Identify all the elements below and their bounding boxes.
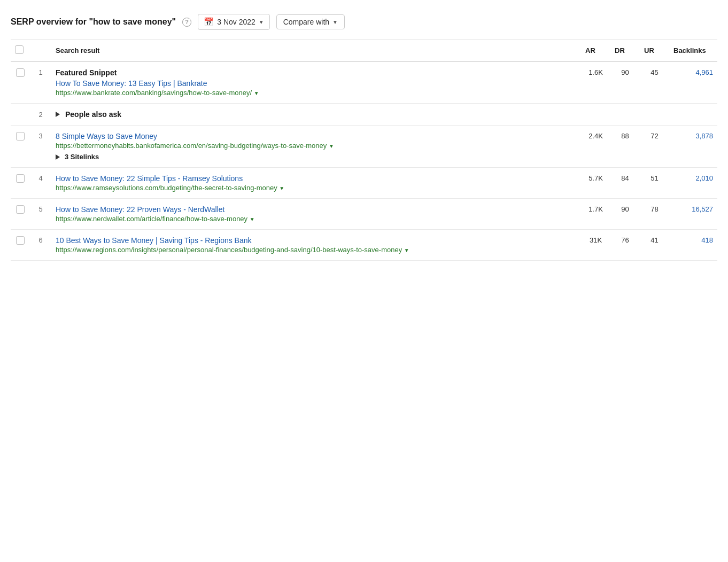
dr-cell: 90 (610, 199, 640, 230)
ur-cell: 72 (640, 126, 669, 168)
position-cell: 4 (30, 168, 51, 199)
backlinks-cell[interactable]: 4,961 (669, 61, 717, 104)
row-checkbox[interactable] (16, 236, 25, 245)
ar-cell: 1.6K (581, 61, 610, 104)
result-content-cell: 8 Simple Ways to Save Money https://bett… (51, 126, 581, 168)
compare-label: Compare with (283, 18, 329, 26)
result-title-link[interactable]: 10 Best Ways to Save Money | Saving Tips… (56, 236, 577, 245)
people-also-ask-text: People also ask (65, 110, 121, 119)
page-title: SERP overview for "how to save money" (11, 17, 176, 27)
dr-cell: 90 (610, 61, 640, 104)
table-row: 6 10 Best Ways to Save Money | Saving Ti… (11, 230, 717, 261)
row-check-cell[interactable] (11, 199, 30, 230)
sitelinks-label[interactable]: 3 Sitelinks (56, 153, 577, 161)
sitelinks-text: 3 Sitelinks (65, 153, 99, 161)
date-label: 3 Nov 2022 (217, 18, 255, 26)
ar-cell: 2.4K (581, 126, 610, 168)
date-chevron-icon: ▼ (259, 19, 264, 25)
ur-column-header: UR (640, 40, 669, 61)
dr-column-header: DR (610, 40, 640, 61)
url-dropdown-arrow[interactable]: ▼ (404, 247, 409, 253)
result-title-link[interactable]: 8 Simple Ways to Save Money (56, 132, 577, 140)
select-all-checkbox[interactable] (15, 45, 24, 54)
ur-cell: 51 (640, 168, 669, 199)
backlinks-cell[interactable]: 418 (669, 230, 717, 261)
position-cell: 1 (30, 61, 51, 104)
date-picker-button[interactable]: 📅 3 Nov 2022 ▼ (198, 14, 270, 30)
result-url: https://www.bankrate.com/banking/savings… (56, 89, 577, 97)
table-row: 2 People also ask (11, 104, 717, 126)
ar-cell: 5.7K (581, 168, 610, 199)
position-cell: 3 (30, 126, 51, 168)
ur-cell: 41 (640, 230, 669, 261)
row-check-cell[interactable] (11, 230, 30, 261)
dr-cell: 76 (610, 230, 640, 261)
table-row: 3 8 Simple Ways to Save Money https://be… (11, 126, 717, 168)
result-content-cell: Featured Snippet How To Save Money: 13 E… (51, 61, 581, 104)
position-cell: 2 (30, 104, 51, 126)
calendar-icon: 📅 (204, 17, 214, 27)
sitelinks-expand-icon[interactable] (56, 154, 60, 160)
result-content-cell: How to Save Money: 22 Proven Ways - Nerd… (51, 199, 581, 230)
position-cell: 6 (30, 230, 51, 261)
backlinks-cell[interactable]: 3,878 (669, 126, 717, 168)
backlinks-cell[interactable]: 16,527 (669, 199, 717, 230)
serp-header: SERP overview for "how to save money" ? … (11, 9, 717, 40)
result-title-link[interactable]: How to Save Money: 22 Proven Ways - Nerd… (56, 205, 577, 214)
position-column-header (30, 40, 51, 61)
url-dropdown-arrow[interactable]: ▼ (250, 216, 255, 222)
row-checkbox[interactable] (16, 132, 25, 140)
table-row: 4 How to Save Money: 22 Simple Tips - Ra… (11, 168, 717, 199)
ar-cell: 31K (581, 230, 610, 261)
dr-cell: 84 (610, 168, 640, 199)
ar-cell: 1.7K (581, 199, 610, 230)
row-check-cell (11, 104, 30, 126)
select-all-checkbox-header[interactable] (11, 40, 30, 61)
row-checkbox[interactable] (16, 68, 25, 77)
table-row: 1 Featured Snippet How To Save Money: 13… (11, 61, 717, 104)
table-header-row: Search result AR DR UR Backlinks (11, 40, 717, 61)
url-dropdown-arrow[interactable]: ▼ (329, 143, 334, 149)
compare-with-button[interactable]: Compare with ▼ (276, 14, 345, 29)
result-url: https://bettermoneyhabits.bankofamerica.… (56, 142, 577, 150)
serp-results-table: Search result AR DR UR Backlinks 1 Featu… (11, 40, 717, 261)
dr-cell: 88 (610, 126, 640, 168)
url-dropdown-arrow[interactable]: ▼ (279, 185, 284, 191)
row-check-cell[interactable] (11, 61, 30, 104)
table-row: 5 How to Save Money: 22 Proven Ways - Ne… (11, 199, 717, 230)
result-content-cell: 10 Best Ways to Save Money | Saving Tips… (51, 230, 581, 261)
people-also-ask-cell: People also ask (51, 104, 717, 126)
help-icon[interactable]: ? (182, 18, 191, 27)
row-check-cell[interactable] (11, 168, 30, 199)
result-content-cell: How to Save Money: 22 Simple Tips - Rams… (51, 168, 581, 199)
ar-column-header: AR (581, 40, 610, 61)
row-checkbox[interactable] (16, 205, 25, 214)
compare-chevron-icon: ▼ (332, 19, 338, 25)
backlinks-column-header: Backlinks (669, 40, 717, 61)
people-also-ask-label: People also ask (56, 110, 713, 119)
row-check-cell[interactable] (11, 126, 30, 168)
url-dropdown-arrow[interactable]: ▼ (254, 90, 259, 96)
row-checkbox[interactable] (16, 174, 25, 183)
backlinks-cell[interactable]: 2,010 (669, 168, 717, 199)
search-result-column-header: Search result (51, 40, 581, 61)
ur-cell: 78 (640, 199, 669, 230)
result-url: https://www.regions.com/insights/persona… (56, 246, 577, 254)
result-title-link[interactable]: How to Save Money: 22 Simple Tips - Rams… (56, 174, 577, 183)
result-url: https://www.ramseysolutions.com/budgetin… (56, 184, 577, 192)
ur-cell: 45 (640, 61, 669, 104)
expand-icon[interactable] (56, 112, 60, 117)
result-url: https://www.nerdwallet.com/article/finan… (56, 215, 577, 223)
featured-snippet-label: Featured Snippet (56, 68, 577, 77)
position-cell: 5 (30, 199, 51, 230)
result-title-link[interactable]: How To Save Money: 13 Easy Tips | Bankra… (56, 79, 577, 88)
